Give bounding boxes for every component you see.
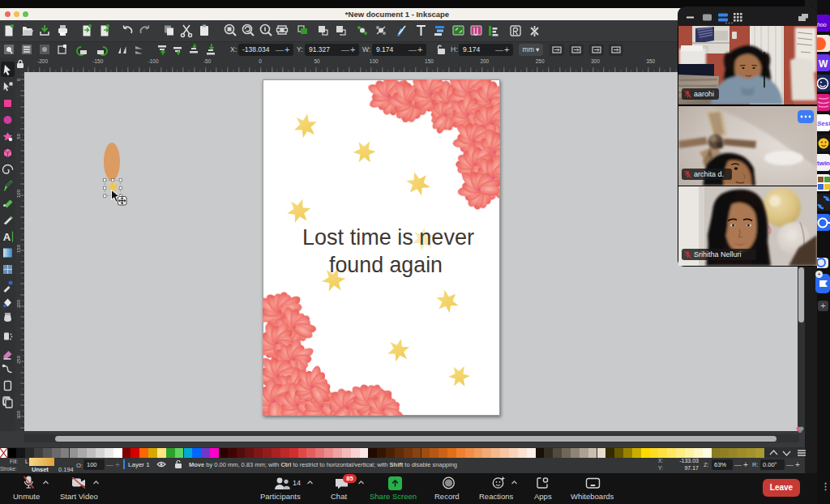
svg-text:found again: found again xyxy=(329,252,443,277)
svg-text:A: A xyxy=(3,231,11,243)
svg-text:W: W xyxy=(819,58,828,70)
svg-text:Lost time is never: Lost time is never xyxy=(302,224,474,250)
svg-text:Sesh: Sesh xyxy=(817,120,830,127)
svg-text:twin: twin xyxy=(817,160,830,167)
svg-text:hoo: hoo xyxy=(817,22,827,28)
